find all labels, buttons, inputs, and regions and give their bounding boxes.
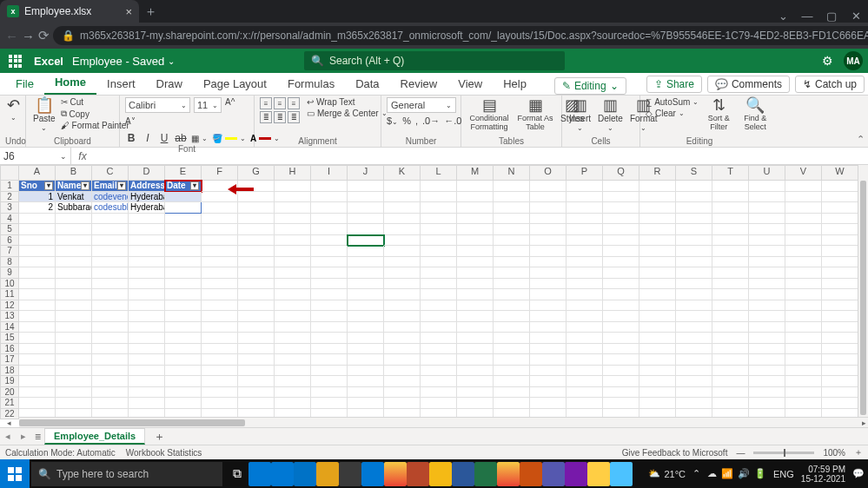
cell[interactable] — [348, 246, 384, 257]
cell[interactable] — [676, 224, 712, 235]
close-window-icon[interactable]: ✕ — [844, 10, 868, 23]
cell[interactable] — [92, 235, 129, 247]
cell[interactable] — [785, 279, 822, 290]
cell[interactable] — [384, 279, 421, 290]
cell[interactable] — [92, 300, 129, 312]
cell[interactable] — [603, 279, 639, 290]
row-header[interactable]: 17 — [0, 354, 19, 366]
cell[interactable] — [19, 333, 56, 344]
cell[interactable] — [238, 257, 275, 268]
cell[interactable] — [494, 235, 530, 247]
zoom-in-button[interactable]: ＋ — [854, 446, 863, 458]
cell[interactable] — [165, 387, 202, 399]
cell[interactable] — [676, 376, 712, 387]
cell[interactable] — [494, 289, 530, 300]
cell[interactable] — [384, 289, 421, 300]
cell[interactable] — [311, 333, 348, 344]
cell[interactable] — [311, 354, 348, 366]
cell[interactable] — [530, 246, 567, 257]
cell[interactable] — [457, 192, 494, 203]
cell[interactable] — [785, 333, 822, 344]
filter-dropdown-icon[interactable]: ▾ — [81, 181, 89, 190]
cell[interactable] — [238, 235, 275, 247]
cell[interactable] — [275, 181, 311, 192]
cell[interactable] — [92, 366, 129, 377]
cell[interactable] — [384, 366, 421, 377]
taskbar-app[interactable] — [452, 462, 474, 486]
cell[interactable] — [129, 214, 165, 225]
cell[interactable] — [603, 235, 639, 247]
cell[interactable] — [129, 311, 165, 322]
cell[interactable] — [202, 354, 238, 366]
cell[interactable] — [567, 246, 603, 257]
cell[interactable] — [19, 214, 56, 225]
cell[interactable] — [92, 289, 129, 300]
cell[interactable] — [421, 344, 457, 355]
cell[interactable] — [603, 267, 639, 279]
row-header[interactable]: 7 — [0, 246, 19, 257]
increase-decimal-button[interactable]: .0→ — [422, 115, 440, 126]
cell[interactable] — [92, 267, 129, 279]
cell[interactable] — [567, 322, 603, 333]
cell[interactable] — [457, 300, 494, 312]
cell[interactable] — [639, 344, 676, 355]
wifi-icon[interactable]: 📶 — [721, 468, 733, 479]
cell[interactable] — [494, 181, 530, 192]
shrink-font-button[interactable]: A˅ — [125, 116, 136, 126]
cell[interactable] — [749, 398, 785, 409]
cell[interactable] — [19, 311, 56, 322]
sheet-nav-prev-icon[interactable]: ◂ — [0, 431, 16, 442]
cell[interactable] — [348, 322, 384, 333]
cell[interactable] — [712, 300, 749, 312]
cell[interactable] — [603, 344, 639, 355]
cell[interactable] — [530, 354, 567, 366]
tab-draw[interactable]: Draw — [146, 73, 193, 95]
cell[interactable] — [639, 376, 676, 387]
cell[interactable] — [348, 224, 384, 235]
row-header[interactable]: 11 — [0, 289, 19, 300]
cell[interactable] — [311, 300, 348, 312]
cell[interactable] — [712, 192, 749, 203]
cell[interactable] — [567, 398, 603, 409]
cell[interactable] — [567, 333, 603, 344]
cell[interactable] — [530, 387, 567, 399]
cell[interactable] — [567, 224, 603, 235]
cell[interactable]: Sno▾ — [19, 181, 56, 192]
reload-icon[interactable]: ⟳ — [38, 28, 50, 43]
cell[interactable] — [165, 333, 202, 344]
cell[interactable] — [421, 289, 457, 300]
cell[interactable] — [639, 202, 676, 214]
cell[interactable] — [421, 214, 457, 225]
cell[interactable] — [457, 279, 494, 290]
italic-button[interactable]: I — [142, 132, 154, 144]
cell[interactable] — [785, 214, 822, 225]
grow-font-button[interactable]: A^ — [225, 97, 235, 107]
taskbar-app[interactable] — [587, 462, 610, 486]
cell[interactable] — [202, 267, 238, 279]
taskbar-app[interactable] — [610, 462, 633, 486]
cell[interactable] — [822, 279, 858, 290]
cell[interactable] — [19, 224, 56, 235]
cell[interactable] — [676, 279, 712, 290]
cell[interactable] — [494, 246, 530, 257]
share-button[interactable]: ⇪Share — [646, 76, 702, 93]
volume-icon[interactable]: 🔊 — [738, 468, 750, 479]
cell[interactable] — [92, 246, 129, 257]
cell[interactable] — [384, 387, 421, 399]
name-box[interactable]: J6⌄ — [0, 148, 71, 164]
cell[interactable] — [238, 333, 275, 344]
cell[interactable] — [785, 289, 822, 300]
cell[interactable] — [311, 344, 348, 355]
cell[interactable] — [384, 202, 421, 214]
comma-button[interactable]: , — [415, 115, 418, 126]
cell[interactable] — [530, 192, 567, 203]
cell[interactable] — [56, 257, 92, 268]
cell[interactable] — [494, 267, 530, 279]
taskbar-app[interactable] — [271, 462, 294, 486]
cell[interactable] — [56, 224, 92, 235]
cell[interactable] — [19, 376, 56, 387]
cell[interactable] — [165, 246, 202, 257]
cell[interactable] — [822, 300, 858, 312]
cell[interactable] — [202, 387, 238, 399]
cell[interactable] — [494, 300, 530, 312]
